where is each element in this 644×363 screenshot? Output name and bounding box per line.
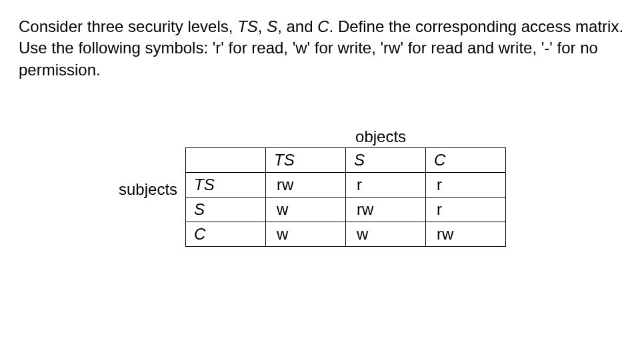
prompt-text-0: Consider three security levels, — [19, 17, 237, 35]
row-header-ts: TS — [186, 173, 266, 198]
prompt-text-4: , and — [277, 17, 317, 35]
cell-ts-c: r — [426, 173, 506, 198]
row-header-s: S — [186, 198, 266, 222]
cell-s-ts: w — [266, 198, 346, 222]
cell-c-c: rw — [426, 222, 506, 247]
table-corner-cell — [186, 148, 266, 173]
prompt-italic-c: C — [317, 17, 329, 35]
cell-s-c: r — [426, 198, 506, 222]
cell-ts-ts: rw — [266, 173, 346, 198]
cell-ts-s: r — [346, 173, 426, 198]
access-matrix-area: subjects objects TS S C TS rw r r S w — [119, 127, 625, 247]
prompt-italic-s: S — [267, 17, 277, 35]
row-header-c: C — [186, 222, 266, 247]
cell-s-s: rw — [346, 198, 426, 222]
access-matrix-table: TS S C TS rw r r S w rw r C — [185, 147, 506, 247]
cell-c-s: w — [346, 222, 426, 247]
cell-c-ts: w — [266, 222, 346, 247]
prompt-italic-ts: TS — [237, 17, 258, 35]
col-header-ts: TS — [266, 148, 346, 173]
col-header-c: C — [426, 148, 506, 173]
col-header-s: S — [346, 148, 426, 173]
objects-axis-label: objects — [355, 127, 506, 146]
subjects-axis-label: subjects — [119, 180, 177, 199]
question-prompt: Consider three security levels, TS, S, a… — [19, 16, 625, 81]
prompt-text-2: , — [258, 17, 267, 35]
